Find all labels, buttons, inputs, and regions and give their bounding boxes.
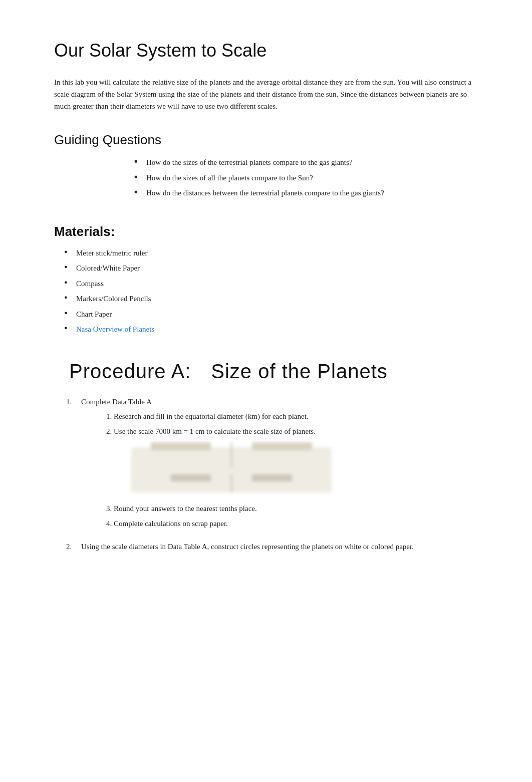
step-2-label: Using the scale diameters in Data Table …	[81, 543, 414, 551]
guiding-question-1: How do the sizes of the terrestrial plan…	[134, 157, 478, 168]
step-1-label: Complete Data Table A	[81, 398, 152, 406]
material-nasa-link[interactable]: Nasa Overview of Planets	[64, 324, 478, 335]
material-colored-paper: Colored/White Paper	[64, 263, 478, 274]
guiding-questions-section: Guiding Questions How do the sizes of th…	[54, 132, 478, 199]
substep-1-2: Use the scale 7000 km = 1 cm to calculat…	[106, 425, 478, 437]
nasa-planets-link[interactable]: Nasa Overview of Planets	[76, 325, 154, 333]
guiding-question-3: How do the distances between the terrest…	[134, 187, 478, 199]
substep-1-3: Round your answers to the nearest tenths…	[106, 502, 478, 514]
page-title: Our Solar System to Scale	[54, 40, 478, 61]
materials-section: Materials: Meter stick/metric ruler Colo…	[54, 224, 478, 335]
procedure-step-1: 1. Complete Data Table A Research and fi…	[66, 398, 478, 533]
guiding-questions-heading: Guiding Questions	[54, 132, 478, 148]
procedure-a-title: Procedure A:Size of the Planets	[54, 360, 478, 383]
intro-paragraph: In this lab you will calculate the relat…	[54, 76, 478, 112]
step-1-substeps-continued: Round your answers to the nearest tenths…	[81, 502, 478, 530]
material-chart-paper: Chart Paper	[64, 309, 478, 320]
material-meter-stick: Meter stick/metric ruler	[64, 247, 478, 259]
material-compass: Compass	[64, 278, 478, 290]
procedure-steps-wrapper: 1. Complete Data Table A Research and fi…	[54, 398, 478, 551]
materials-heading: Materials:	[54, 224, 478, 239]
procedure-a-section: Procedure A:Size of the Planets 1. Compl…	[54, 360, 478, 551]
material-markers: Markers/Colored Pencils	[64, 293, 478, 305]
guiding-question-2: How do the sizes of all the planets comp…	[134, 172, 478, 184]
data-table-a-blurred	[131, 447, 332, 492]
step-1-substeps: Research and fill in the equatorial diam…	[81, 410, 478, 437]
substep-1-1: Research and fill in the equatorial diam…	[106, 410, 478, 422]
materials-list: Meter stick/metric ruler Colored/White P…	[54, 247, 478, 335]
procedure-step-2: 2. Using the scale diameters in Data Tab…	[66, 543, 478, 551]
substep-1-4: Complete calculations on scrap paper.	[106, 517, 478, 530]
guiding-questions-list: How do the sizes of the terrestrial plan…	[54, 157, 478, 199]
